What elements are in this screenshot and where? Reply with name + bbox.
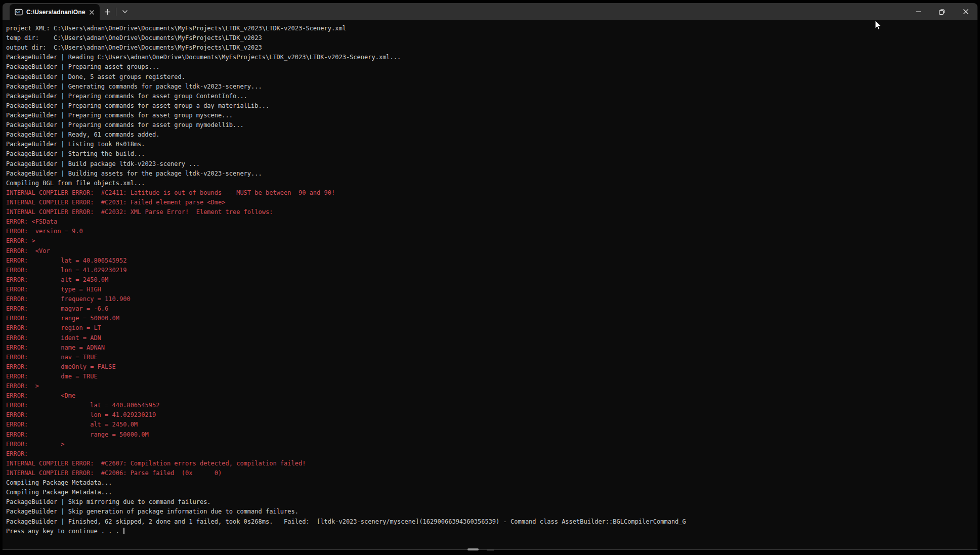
terminal-line: Compiling Package Metadata... [6,488,977,497]
tab-title: C:\Users\adnan\OneDrive\I [26,9,86,16]
terminal-line: project XML: C:\Users\adnan\OneDrive\Doc… [6,24,977,33]
terminal-line: ERROR: > [6,440,977,449]
terminal-line: ERROR: lon = 41.029230219 [6,266,977,275]
terminal-line: ERROR: <Dme [6,391,977,401]
terminal-line: ERROR: nav = TRUE [6,353,977,362]
terminal-line: Compiling Package Metadata... [6,478,977,488]
terminal-line: PackageBuilder | Build package ltdk-v202… [6,159,977,169]
terminal-line: Compiling BGL from file objects.xml... [6,179,977,188]
taskbar-peek-handle-secondary [487,549,494,550]
terminal-line: ERROR: <FSData [6,217,977,227]
terminal-line: ERROR: frequency = 110.900 [6,294,977,304]
minimize-button[interactable] [906,3,930,20]
terminal-line: ERROR: region = LT [6,323,977,333]
terminal-line: PackageBuilder | Generating commands for… [6,82,977,92]
terminal-line: ERROR: [6,449,977,459]
terminal-line: PackageBuilder | Finished, 62 skipped, 2… [6,517,977,527]
terminal-line: ERROR: > [6,381,977,391]
terminal-output[interactable]: project XML: C:\Users\adnan\OneDrive\Doc… [3,20,977,549]
terminal-line: ERROR: lat = 40.806545952 [6,256,977,266]
terminal-line: PackageBuilder | Listing took 0s018ms. [6,140,977,149]
terminal-line: INTERNAL COMPILER ERROR: #C2607: Compila… [6,459,977,468]
terminal-line: output dir: C:\Users\adnan\OneDrive\Docu… [6,43,977,53]
terminal-line: ERROR: lon = 41.029230219 [6,410,977,420]
tab-close-icon[interactable] [88,8,96,16]
mouse-cursor [875,20,882,31]
tab-dropdown-button[interactable] [117,3,133,20]
terminal-line: ERROR: ident = ADN [6,333,977,343]
terminal-line: PackageBuilder | Starting the build... [6,149,977,159]
terminal-line: ERROR: alt = 2450.0M [6,275,977,285]
terminal-line: PackageBuilder | Skip mirroring due to c… [6,497,977,507]
terminal-line: PackageBuilder | Reading C:\Users\adnan\… [6,53,977,62]
terminal-line: ERROR: name = ADNAN [6,343,977,353]
title-bar-drag-region[interactable] [133,3,906,20]
terminal-line: PackageBuilder | Building assets for the… [6,169,977,179]
terminal-line: Press any key to continue . . . [6,527,977,536]
terminal-line: ERROR: type = HIGH [6,285,977,294]
terminal-line: PackageBuilder | Skip generation of pack… [6,507,977,517]
terminal-line: PackageBuilder | Preparing commands for … [6,101,977,111]
new-tab-button[interactable] [100,3,115,20]
terminal-line: temp dir: C:\Users\adnan\OneDrive\Docume… [6,33,977,43]
terminal-line: ERROR: alt = 2450.0M [6,420,977,430]
close-button[interactable] [954,3,977,20]
terminal-line: ERROR: range = 50000.0M [6,314,977,323]
tab-terminal[interactable]: C:\ C:\Users\adnan\OneDrive\I [10,4,100,20]
terminal-line: ERROR: <Vor [6,246,977,256]
terminal-line: ERROR: dmeOnly = FALSE [6,362,977,372]
terminal-window: C:\ C:\Users\adnan\OneDrive\I [3,3,977,549]
terminal-line: ERROR: magvar = -6.6 [6,304,977,314]
screen: C:\ C:\Users\adnan\OneDrive\I [0,0,980,555]
taskbar-peek-handle[interactable] [467,548,479,550]
title-bar: C:\ C:\Users\adnan\OneDrive\I [3,3,977,20]
terminal-line: ERROR: dme = TRUE [6,372,977,381]
terminal-line: INTERNAL COMPILER ERROR: #C2031: Failed … [6,198,977,207]
terminal-window-icon: C:\ [15,8,23,16]
terminal-line: ERROR: > [6,236,977,246]
terminal-line: INTERNAL COMPILER ERROR: #C2006: Parse f… [6,468,977,478]
tab-bar-divider [116,8,116,16]
terminal-line: PackageBuilder | Preparing commands for … [6,120,977,130]
terminal-line: PackageBuilder | Done, 5 asset groups re… [6,72,977,82]
restore-button[interactable] [930,3,954,20]
terminal-line: ERROR: version = 9.0 [6,227,977,236]
terminal-line: PackageBuilder | Preparing asset groups.… [6,62,977,72]
terminal-line: ERROR: range = 50000.0M [6,430,977,440]
terminal-line: ERROR: lat = 440.806545952 [6,401,977,410]
terminal-line: PackageBuilder | Ready, 61 commands adde… [6,130,977,140]
svg-text:C:\: C:\ [16,10,20,13]
terminal-cursor [123,528,124,534]
terminal-line: INTERNAL COMPILER ERROR: #C2411: Latitud… [6,188,977,198]
terminal-line: PackageBuilder | Preparing commands for … [6,92,977,101]
terminal-line: PackageBuilder | Preparing commands for … [6,111,977,120]
terminal-line: INTERNAL COMPILER ERROR: #C2032: XML Par… [6,207,977,217]
